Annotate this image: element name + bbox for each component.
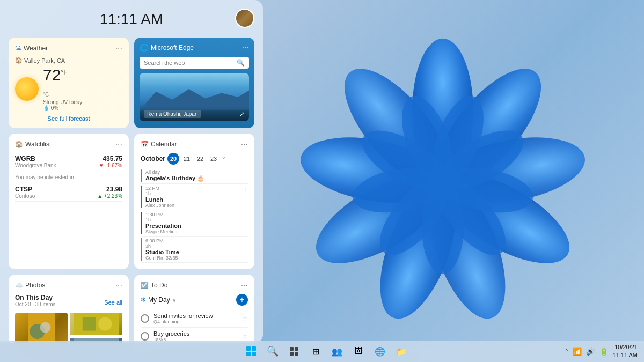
event-bar-birthday xyxy=(141,169,142,182)
calendar-menu-button[interactable]: ··· xyxy=(241,140,248,149)
edge-logo-icon: 🌐 xyxy=(140,43,149,52)
todo-item-1: Send invites for review Q4 planning ☆ xyxy=(141,310,248,328)
stock-item-wgrb: WGRB Woodgrove Bank 435.75 ▼ -1.67% xyxy=(15,153,122,171)
weather-widget: 🌤 Weather ··· 🏠 Valley Park, CA 72°F °C … xyxy=(9,38,129,128)
teams-button[interactable]: 👥 xyxy=(327,342,347,361)
edge-search-icon: 🔍 xyxy=(237,59,245,67)
taskbar: 🔍 ⊞ 👥 🖼 🌐 📁 xyxy=(0,341,644,362)
event-content-presentation: 1:30 PM1h Presentation Skype Meeting xyxy=(145,212,181,234)
windows-flower-icon xyxy=(268,11,617,343)
taskbar-center: 🔍 ⊞ 👥 🖼 🌐 📁 xyxy=(241,342,411,361)
svg-point-20 xyxy=(40,322,51,333)
widgets-header: 11:11 AM xyxy=(9,9,254,32)
event-bar-lunch xyxy=(141,186,142,208)
weather-forecast-link[interactable]: See full forecast xyxy=(15,115,122,122)
todo-star-1[interactable]: ☆ xyxy=(242,315,248,322)
edge-app-icon: 🌐 xyxy=(375,346,385,357)
wifi-icon[interactable]: 📶 xyxy=(573,347,582,356)
task-view-button[interactable] xyxy=(284,342,304,361)
edge-expand-icon[interactable]: ⤢ xyxy=(239,110,245,118)
weather-title: 🌤 Weather xyxy=(15,45,48,52)
todo-circle-1[interactable] xyxy=(141,314,149,323)
calendar-nav: October 20 21 22 23 ⌄ xyxy=(141,153,248,165)
todo-star-2[interactable]: ☆ xyxy=(242,333,248,340)
svg-rect-31 xyxy=(290,352,294,356)
todo-menu-button[interactable]: ··· xyxy=(241,281,248,290)
watchlist-widget: 🏠 Watchlist ··· WGRB Woodgrove Bank 435.… xyxy=(9,134,129,269)
event-content-studio: 6:00 PM3h Studio Time Conf Rm 32/35 xyxy=(145,238,179,261)
watchlist-title: 🏠 Watchlist xyxy=(15,141,51,148)
taskbar-datetime[interactable]: 10/20/21 11:11 AM xyxy=(613,343,638,360)
stock-info-wgrb: WGRB Woodgrove Bank xyxy=(15,155,56,168)
todo-circle-2[interactable] xyxy=(141,332,149,341)
widgets-icon: ⊞ xyxy=(312,346,319,357)
calendar-event-presentation: 1:30 PM1h Presentation Skype Meeting xyxy=(141,210,248,237)
svg-rect-29 xyxy=(290,347,294,351)
watchlist-menu-button[interactable]: ··· xyxy=(115,140,122,149)
teams-icon: 👥 xyxy=(332,346,342,357)
watchlist-icon: 🏠 xyxy=(15,141,23,148)
widgets-grid: 🌤 Weather ··· 🏠 Valley Park, CA 72°F °C … xyxy=(9,38,254,343)
calendar-day-21[interactable]: 21 xyxy=(181,153,193,165)
edge-app-button[interactable]: 🌐 xyxy=(370,342,390,361)
svg-rect-32 xyxy=(295,352,298,356)
start-button[interactable] xyxy=(241,342,261,361)
svg-rect-30 xyxy=(295,347,298,351)
search-icon: 🔍 xyxy=(267,345,279,357)
myday-chevron: ∨ xyxy=(172,297,176,303)
weather-widget-header: 🌤 Weather ··· xyxy=(15,44,122,53)
calendar-header: 📅 Calendar ··· xyxy=(141,140,248,149)
watchlist-suggestion: You may be interested in xyxy=(15,174,122,180)
weather-precip: 💧 0% xyxy=(43,105,82,111)
user-avatar[interactable] xyxy=(235,9,254,28)
todo-icon: ☑️ xyxy=(141,282,149,289)
system-tray: ^ 📶 🔊 🔋 10/20/21 11:11 AM xyxy=(565,343,638,360)
stock-company-ctsp: Contoso xyxy=(15,193,35,199)
search-button[interactable]: 🔍 xyxy=(263,342,282,361)
snow-icon: ❄ xyxy=(141,296,146,304)
weather-temperature: 72°F °C xyxy=(43,67,82,99)
stock-ticker-wgrb: WGRB xyxy=(15,155,56,162)
edge-location-tag: Ikema Ohashi, Japan xyxy=(144,110,201,118)
edge-search-bar[interactable]: 🔍 xyxy=(140,57,249,69)
calendar-title: 📅 Calendar xyxy=(141,141,177,148)
photos-section-title: On This Day Oct 20 · 33 items xyxy=(15,294,56,311)
todo-header: ☑️ To Do ··· xyxy=(141,281,248,290)
photos-menu-button[interactable]: ··· xyxy=(115,281,122,290)
edge-title: 🌐 Microsoft Edge xyxy=(140,43,194,52)
photos-app-button[interactable]: 🖼 xyxy=(349,342,368,361)
event-content-birthday: All day Angela's Birthday 🎂 xyxy=(145,169,204,182)
weather-menu-button[interactable]: ··· xyxy=(115,44,122,53)
todo-add-button[interactable]: + xyxy=(236,294,248,306)
calendar-day-22[interactable]: 22 xyxy=(194,153,206,165)
stock-company-wgrb: Woodgrove Bank xyxy=(15,162,56,168)
photo-thumb-1[interactable] xyxy=(15,313,68,343)
edge-widget: 🌐 Microsoft Edge ··· 🔍 Ikema Ohashi, Jap… xyxy=(134,38,254,128)
battery-icon[interactable]: 🔋 xyxy=(599,347,609,356)
calendar-event-birthday: All day Angela's Birthday 🎂 xyxy=(141,168,248,184)
widgets-button[interactable]: ⊞ xyxy=(306,342,325,361)
file-explorer-icon: 📁 xyxy=(396,346,407,357)
todo-myday-label: ❄ My Day ∨ xyxy=(141,296,176,304)
file-explorer-button[interactable]: 📁 xyxy=(392,342,411,361)
systray-chevron[interactable]: ^ xyxy=(565,348,568,354)
calendar-chevron[interactable]: ⌄ xyxy=(221,153,226,165)
taskbar-date: 10/20/21 xyxy=(613,343,638,351)
calendar-widget: 📅 Calendar ··· October 20 21 22 23 ⌄ xyxy=(134,134,254,269)
calendar-day-20[interactable]: 20 xyxy=(167,153,179,165)
edge-search-input[interactable] xyxy=(144,60,235,66)
stock-ticker-ctsp: CTSP xyxy=(15,186,35,193)
sound-icon[interactable]: 🔊 xyxy=(586,347,595,356)
lunch-menu-icon[interactable]: ⋮ xyxy=(243,186,248,191)
photo-thumb-2[interactable] xyxy=(70,313,122,335)
task-view-icon xyxy=(289,346,299,356)
weather-description: Strong UV today xyxy=(43,99,82,105)
event-bar-studio xyxy=(141,238,142,261)
edge-image-overlay: Ikema Ohashi, Japan ⤢ xyxy=(140,107,249,121)
calendar-day-23[interactable]: 23 xyxy=(208,153,219,165)
photos-widget: ☁️ Photos ··· On This Day Oct 20 · 33 it… xyxy=(9,275,129,343)
photos-date-count: Oct 20 · 33 items xyxy=(15,301,56,307)
edge-menu-button[interactable]: ··· xyxy=(242,43,249,53)
photos-see-all-link[interactable]: See all xyxy=(104,299,122,306)
stock-info-ctsp: CTSP Contoso xyxy=(15,186,35,199)
